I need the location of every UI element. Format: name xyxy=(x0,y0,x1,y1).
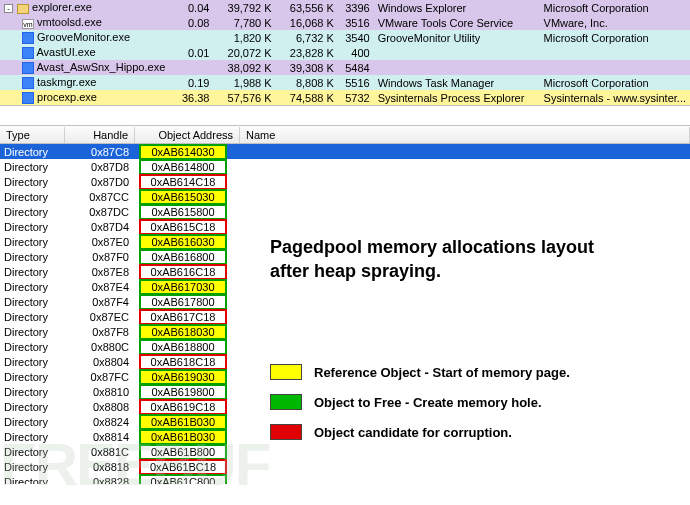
vm-icon: vm xyxy=(22,19,34,29)
process-row[interactable]: AvastUI.exe0.0120,072 K23,828 K400 xyxy=(0,45,690,60)
handle-row[interactable]: Directory0x88280xAB61C800 xyxy=(0,474,690,484)
object-address: 0xAB614030 xyxy=(139,144,227,160)
working-set: 63,556 K xyxy=(276,0,338,15)
handle-row[interactable]: Directory0x87DC0xAB615800 xyxy=(0,204,690,219)
private-bytes: 1,820 K xyxy=(213,30,275,45)
handle-value: 0x87D8 xyxy=(65,161,135,173)
handle-type: Directory xyxy=(0,266,65,278)
process-name: procexp.exe xyxy=(37,91,97,103)
process-row[interactable]: GrooveMonitor.exe1,820 K6,732 K3540Groov… xyxy=(0,30,690,45)
handle-type: Directory xyxy=(0,146,65,158)
object-address: 0xAB61B030 xyxy=(139,414,227,430)
col-handle[interactable]: Handle xyxy=(65,127,135,143)
handle-type: Directory xyxy=(0,356,65,368)
handle-row[interactable]: Directory0x87D80xAB614800 xyxy=(0,159,690,174)
col-type[interactable]: Type xyxy=(0,127,65,143)
process-name: vmtoolsd.exe xyxy=(37,16,102,28)
handle-value: 0x8818 xyxy=(65,461,135,473)
col-object-address[interactable]: Object Address xyxy=(135,127,240,143)
handle-row[interactable]: Directory0x87D00xAB614C18 xyxy=(0,174,690,189)
handle-type: Directory xyxy=(0,341,65,353)
handle-row[interactable]: Directory0x87F40xAB617800 xyxy=(0,294,690,309)
object-address: 0xAB618030 xyxy=(139,324,227,340)
handle-value: 0x8814 xyxy=(65,431,135,443)
tree-collapse-icon[interactable]: - xyxy=(4,4,13,13)
pane-divider[interactable] xyxy=(0,105,690,125)
private-bytes: 20,072 K xyxy=(213,45,275,60)
description: Sysinternals Process Explorer xyxy=(374,90,540,105)
process-name: explorer.exe xyxy=(32,1,92,13)
object-address: 0xAB61B800 xyxy=(139,444,227,460)
handle-value: 0x87F4 xyxy=(65,296,135,308)
process-row[interactable]: taskmgr.exe0.191,988 K8,808 K5516Windows… xyxy=(0,75,690,90)
object-address: 0xAB614C18 xyxy=(139,174,227,190)
handle-value: 0x87F0 xyxy=(65,251,135,263)
description: Windows Explorer xyxy=(374,0,540,15)
handle-value: 0x87D4 xyxy=(65,221,135,233)
description xyxy=(374,60,540,75)
object-address: 0xAB615030 xyxy=(139,189,227,205)
private-bytes: 7,780 K xyxy=(213,15,275,30)
handle-value: 0x8804 xyxy=(65,356,135,368)
handle-type: Directory xyxy=(0,281,65,293)
cpu-value: 0.08 xyxy=(169,15,213,30)
legend-swatch-green xyxy=(270,394,302,410)
handle-value: 0x87EC xyxy=(65,311,135,323)
object-address: 0xAB61C800 xyxy=(139,474,227,485)
description: Windows Task Manager xyxy=(374,75,540,90)
handle-row[interactable]: Directory0x87D40xAB615C18 xyxy=(0,219,690,234)
handle-value: 0x8828 xyxy=(65,476,135,485)
handle-row[interactable]: Directory0x880C0xAB618800 xyxy=(0,339,690,354)
handle-row[interactable]: Directory0x88180xAB61BC18 xyxy=(0,459,690,474)
company xyxy=(540,60,690,75)
private-bytes: 39,792 K xyxy=(213,0,275,15)
process-table[interactable]: - explorer.exe0.0439,792 K63,556 K3396Wi… xyxy=(0,0,690,105)
handle-row[interactable]: Directory0x87F80xAB618030 xyxy=(0,324,690,339)
handle-type: Directory xyxy=(0,191,65,203)
company xyxy=(540,45,690,60)
folder-icon xyxy=(17,4,29,14)
process-row[interactable]: procexp.exe36.3857,576 K74,588 K5732Sysi… xyxy=(0,90,690,105)
app-icon xyxy=(22,47,34,59)
handle-type: Directory xyxy=(0,236,65,248)
annotation-title: Pagedpool memory allocations layout afte… xyxy=(270,236,670,283)
cpu-value: 0.01 xyxy=(169,45,213,60)
object-address: 0xAB61B030 xyxy=(139,429,227,445)
working-set: 6,732 K xyxy=(276,30,338,45)
cpu-value: 36.38 xyxy=(169,90,213,105)
handle-row[interactable]: Directory0x87CC0xAB615030 xyxy=(0,189,690,204)
handle-type: Directory xyxy=(0,176,65,188)
private-bytes: 38,092 K xyxy=(213,60,275,75)
working-set: 23,828 K xyxy=(276,45,338,60)
object-address: 0xAB616800 xyxy=(139,249,227,265)
process-row[interactable]: vm vmtoolsd.exe0.087,780 K16,068 K3516VM… xyxy=(0,15,690,30)
handle-value: 0x87FC xyxy=(65,371,135,383)
handle-type: Directory xyxy=(0,251,65,263)
pid-value: 3516 xyxy=(338,15,374,30)
handle-type: Directory xyxy=(0,371,65,383)
object-address: 0xAB614800 xyxy=(139,159,227,175)
app-icon xyxy=(22,77,34,89)
handle-row[interactable]: Directory0x87C80xAB614030 xyxy=(0,144,690,159)
handle-value: 0x87D0 xyxy=(65,176,135,188)
handle-type: Directory xyxy=(0,221,65,233)
object-address: 0xAB617C18 xyxy=(139,309,227,325)
process-row[interactable]: Avast_AswSnx_Hippo.exe38,092 K39,308 K54… xyxy=(0,60,690,75)
handle-type: Directory xyxy=(0,446,65,458)
object-address: 0xAB618C18 xyxy=(139,354,227,370)
legend-swatch-yellow xyxy=(270,364,302,380)
handle-value: 0x87CC xyxy=(65,191,135,203)
object-address: 0xAB617030 xyxy=(139,279,227,295)
working-set: 16,068 K xyxy=(276,15,338,30)
handle-row[interactable]: Directory0x87EC0xAB617C18 xyxy=(0,309,690,324)
handle-type: Directory xyxy=(0,326,65,338)
company: Sysinternals - www.sysinter... xyxy=(540,90,690,105)
private-bytes: 57,576 K xyxy=(213,90,275,105)
handle-list[interactable]: Directory0x87C80xAB614030Directory0x87D8… xyxy=(0,144,690,484)
object-address: 0xAB616C18 xyxy=(139,264,227,280)
process-row[interactable]: - explorer.exe0.0439,792 K63,556 K3396Wi… xyxy=(0,0,690,15)
col-name[interactable]: Name xyxy=(240,127,690,143)
legend-label: Reference Object - Start of memory page. xyxy=(314,365,570,380)
private-bytes: 1,988 K xyxy=(213,75,275,90)
handle-value: 0x87F8 xyxy=(65,326,135,338)
